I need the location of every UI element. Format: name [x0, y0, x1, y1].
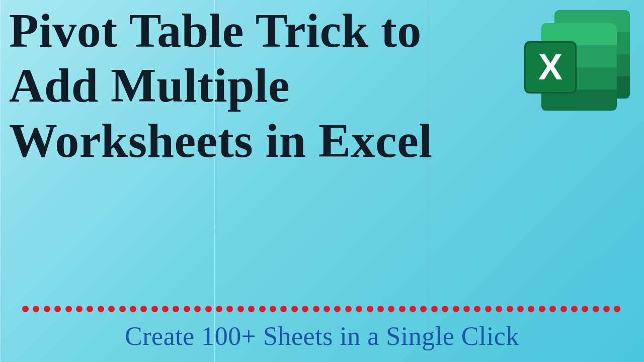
gridline	[0, 0, 1, 362]
excel-icon: X	[524, 10, 632, 111]
divider-dots	[22, 306, 626, 316]
subtitle: Create 100+ Sheets in a Single Click	[0, 321, 644, 352]
svg-text:X: X	[538, 47, 562, 87]
main-title: Pivot Table Trick to Add Multiple Worksh…	[9, 3, 517, 168]
slide: Pivot Table Trick to Add Multiple Worksh…	[0, 0, 644, 362]
